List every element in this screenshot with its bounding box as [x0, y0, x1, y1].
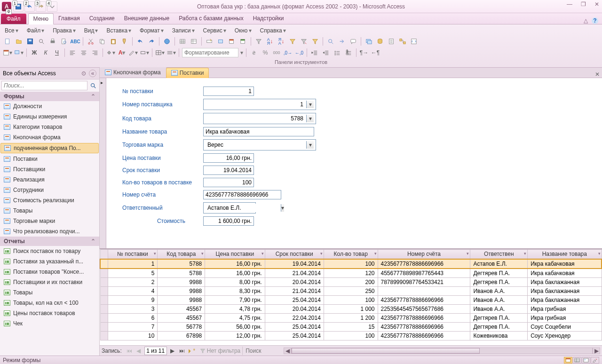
hscroll-right-icon[interactable]: ▶ — [593, 348, 600, 354]
table-dd-icon[interactable] — [189, 37, 198, 46]
cell[interactable]: 45567778898987765443 — [378, 269, 470, 278]
italic-icon[interactable]: К — [41, 48, 50, 57]
apply-filter-icon[interactable] — [310, 37, 320, 46]
cut-icon[interactable] — [86, 37, 95, 46]
menu-item[interactable]: Файл ▾ — [25, 26, 47, 35]
nav-item[interactable]: Поиск поставок по товару — [0, 246, 99, 256]
cell[interactable]: Кожевникова — [470, 331, 528, 340]
cell[interactable]: 16,00 грн. — [205, 269, 265, 278]
dec-decimal-icon[interactable]: ←,0 — [294, 48, 304, 57]
form-icon-tb[interactable] — [227, 37, 237, 46]
view-datasheet-icon[interactable] — [573, 357, 581, 364]
cell[interactable]: 67898 — [158, 331, 205, 340]
cell[interactable]: Дегтярев П.А. — [470, 313, 528, 322]
field-prodcode-input[interactable] — [206, 114, 305, 123]
ribbon-tab[interactable]: Внешние данные — [119, 13, 174, 24]
nav-item[interactable]: Чек — [0, 318, 99, 329]
window-icon[interactable] — [364, 37, 373, 46]
cell[interactable]: 22.04.2014 — [265, 313, 324, 322]
cell[interactable]: 120 — [324, 269, 378, 278]
cell[interactable]: 8,30 грн. — [205, 286, 265, 295]
view-form-icon[interactable] — [564, 357, 572, 364]
menu-item[interactable]: Вставка ▾ — [104, 26, 133, 35]
recnav-new-icon[interactable]: ⏵* — [188, 347, 195, 355]
nav-item[interactable]: Что реализовано подчи... — [0, 226, 99, 237]
inc-indent-icon[interactable] — [321, 48, 331, 57]
qat-more[interactable]: 4 — [47, 1, 57, 12]
column-filter-dd-icon[interactable]: ▾ — [320, 251, 323, 256]
rows-icon[interactable]: ▾ — [166, 48, 176, 57]
field-brand-combo[interactable]: ▾ — [203, 139, 316, 150]
view-design-icon[interactable] — [591, 357, 599, 364]
cell[interactable]: Икра баклажанная — [528, 286, 602, 295]
nav-pane-dd-icon[interactable]: ⊙ — [81, 70, 86, 77]
align-center-icon[interactable] — [79, 48, 88, 57]
thousands-icon[interactable]: 000 — [272, 48, 281, 57]
cell[interactable]: Иванов А.А. — [470, 286, 528, 295]
ltr-icon[interactable]: ¶→ — [359, 48, 369, 57]
responsible-combo-dd-icon[interactable]: ▾ — [281, 204, 284, 212]
cell[interactable]: Астапов Е.Л. — [470, 259, 528, 269]
row-selector[interactable] — [100, 259, 108, 269]
cell[interactable]: 45567 — [158, 313, 205, 322]
field-qty[interactable] — [203, 178, 254, 187]
column-header[interactable]: № поставки▾ — [108, 250, 158, 259]
hscroll-thumb[interactable] — [292, 348, 480, 354]
minimize-button[interactable]: — — [567, 1, 572, 8]
ribbon-tab[interactable]: Главная — [54, 13, 85, 24]
open-icon[interactable] — [14, 37, 24, 46]
recnav-pos[interactable] — [144, 347, 167, 355]
save-icon[interactable] — [25, 37, 35, 46]
nav-item[interactable]: Поставщики и их поставки — [0, 277, 99, 287]
filter-icon[interactable] — [254, 37, 263, 46]
row-selector[interactable] — [100, 295, 108, 304]
cell[interactable]: 10 — [108, 331, 158, 340]
cell[interactable]: 42356777878886696966 — [378, 259, 470, 269]
cell[interactable]: 12,00 грн. — [205, 331, 265, 340]
cell[interactable]: Дегтярев П.А. — [470, 269, 528, 278]
cell[interactable]: 1 200 — [324, 313, 378, 322]
cell[interactable]: Икра баклажанная — [528, 277, 602, 286]
cell[interactable]: Иванов А.А. — [470, 295, 528, 304]
column-header[interactable]: Кол-во товар▾ — [324, 250, 378, 259]
align-left-icon[interactable] — [68, 48, 77, 57]
cell[interactable]: 25.04.2014 — [265, 295, 324, 304]
cell[interactable]: 19.04.2014 — [265, 259, 324, 269]
nav-section-title[interactable]: Отчеты⌃ — [0, 237, 99, 246]
field-brand-input[interactable] — [206, 141, 305, 149]
nav-item[interactable]: Цены поставок товаров — [0, 308, 99, 318]
cell[interactable]: 25.04.2014 — [265, 331, 324, 340]
menu-item[interactable]: Формат ▾ — [138, 26, 166, 35]
nav-item[interactable]: Категории товаров — [0, 122, 99, 132]
props-icon[interactable] — [387, 37, 396, 46]
row-selector[interactable] — [100, 269, 108, 278]
menu-item[interactable]: Записи ▾ — [170, 26, 197, 35]
cell[interactable]: Икра баклажанная — [528, 295, 602, 304]
recnav-search[interactable] — [242, 347, 280, 355]
underline-icon[interactable]: Ч — [52, 48, 62, 57]
cell[interactable]: 9 — [108, 295, 158, 304]
code-icon[interactable] — [409, 37, 419, 46]
preview-icon[interactable] — [59, 37, 69, 46]
nav-item[interactable]: Поставки товаров "Консе... — [0, 267, 99, 277]
cell[interactable]: 42356777878886696966 — [378, 313, 470, 322]
cell[interactable]: 21.04.2014 — [265, 269, 324, 278]
bold-icon[interactable]: Ж — [30, 48, 39, 57]
cell[interactable]: 5788 — [158, 259, 205, 269]
column-filter-dd-icon[interactable]: ▾ — [374, 251, 377, 256]
nav-item[interactable]: Кнопочная форма — [0, 132, 99, 142]
redo-icon[interactable] — [147, 37, 156, 46]
table-row[interactable]: 999887,90 грн.25.04.20141004235677787888… — [100, 295, 602, 304]
cell[interactable]: 78789990987764533421 — [378, 277, 470, 286]
field-prodcode-combo[interactable]: ▾ — [203, 113, 316, 124]
cell[interactable]: 7 — [108, 322, 158, 331]
menu-item[interactable]: Сервис ▾ — [201, 26, 228, 35]
column-header[interactable]: Название товара▾ — [528, 250, 602, 259]
ribbon-tab[interactable]: Создание — [85, 13, 119, 24]
relationships-icon[interactable] — [398, 37, 407, 46]
cell[interactable]: 56778 — [158, 322, 205, 331]
find-icon[interactable] — [326, 37, 335, 46]
table-row[interactable]: 75677856,00 грн.25.04.201415423567778788… — [100, 322, 602, 331]
column-header[interactable]: Цена поставки▾ — [205, 250, 265, 259]
undo-icon[interactable] — [135, 37, 145, 46]
